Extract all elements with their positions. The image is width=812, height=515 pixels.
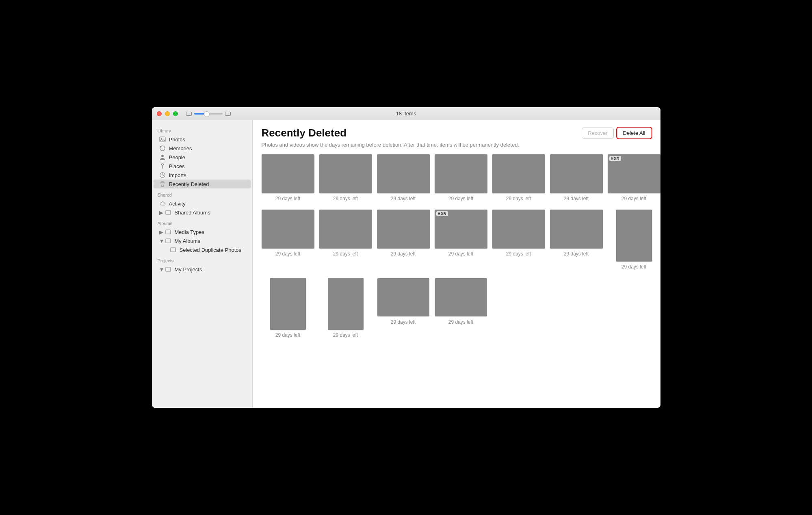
- sidebar-label: Media Types: [175, 229, 204, 235]
- photo-image: [319, 154, 372, 193]
- delete-all-button[interactable]: Delete All: [617, 128, 652, 138]
- svg-point-4: [161, 164, 163, 166]
- people-icon: [159, 154, 166, 160]
- photo-thumbnail[interactable]: HDR: [608, 154, 660, 193]
- days-left-label: 29 days left: [275, 196, 300, 201]
- photo-thumbnail[interactable]: [377, 210, 430, 249]
- photo-thumbnail[interactable]: [492, 210, 545, 249]
- places-icon: [159, 163, 166, 169]
- svg-rect-10: [171, 248, 175, 252]
- photo-grid: 29 days left29 days left29 days left29 d…: [262, 154, 652, 338]
- days-left-label: 29 days left: [391, 251, 416, 257]
- days-left-label: 29 days left: [448, 319, 473, 325]
- svg-rect-7: [166, 210, 171, 214]
- photo-image: [328, 278, 364, 330]
- fullscreen-window-button[interactable]: [173, 111, 178, 116]
- svg-rect-8: [166, 230, 171, 234]
- sidebar-item-recently-deleted[interactable]: Recently Deleted: [154, 180, 251, 188]
- photo-cell: 29 days left: [492, 154, 545, 201]
- photo-cell: 29 days left: [262, 154, 314, 201]
- days-left-label: 29 days left: [448, 251, 473, 257]
- photo-thumbnail[interactable]: [262, 210, 314, 249]
- photo-cell: 29 days left: [550, 210, 603, 270]
- app-window: 18 Items Library Photos Memories People …: [152, 107, 660, 408]
- disclosure-down-icon[interactable]: ▼: [159, 238, 163, 244]
- sidebar-item-media-types[interactable]: ▶ Media Types: [154, 227, 251, 236]
- photo-cell: 29 days left: [492, 210, 545, 270]
- sidebar-item-people[interactable]: People: [154, 153, 251, 162]
- sidebar-item-imports[interactable]: Imports: [154, 171, 251, 180]
- sidebar-label: Activity: [169, 201, 186, 207]
- hdr-badge: HDR: [609, 156, 621, 161]
- sidebar-section-projects: Projects: [152, 257, 252, 265]
- photo-thumbnail[interactable]: [435, 154, 487, 193]
- thumbnail-size-control[interactable]: [186, 112, 231, 116]
- photo-thumbnail[interactable]: [435, 278, 487, 317]
- sidebar-item-activity[interactable]: Activity: [154, 199, 251, 208]
- days-left-label: 29 days left: [333, 251, 358, 257]
- days-left-label: 29 days left: [506, 251, 531, 257]
- photo-image: [492, 154, 545, 193]
- disclosure-right-icon[interactable]: ▶: [159, 229, 163, 235]
- photo-cell: HDR29 days left: [608, 154, 660, 201]
- photo-thumbnail[interactable]: [262, 278, 314, 330]
- photo-cell: 29 days left: [319, 210, 372, 270]
- close-window-button[interactable]: [157, 111, 162, 116]
- sidebar-label: Selected Duplicate Photos: [180, 247, 241, 253]
- cloud-icon: [159, 200, 166, 207]
- photo-thumbnail[interactable]: [319, 154, 372, 193]
- photo-image: [435, 154, 487, 193]
- photo-thumbnail[interactable]: [550, 210, 603, 249]
- photo-cell: 29 days left: [319, 154, 372, 201]
- days-left-label: 29 days left: [564, 251, 589, 257]
- days-left-label: 29 days left: [333, 332, 358, 338]
- disclosure-down-icon[interactable]: ▼: [159, 266, 163, 273]
- days-left-label: 29 days left: [621, 196, 646, 201]
- days-left-label: 29 days left: [275, 332, 300, 338]
- sidebar-label: Photos: [169, 136, 185, 143]
- sidebar-item-memories[interactable]: Memories: [154, 144, 251, 153]
- photo-thumbnail[interactable]: [608, 210, 660, 262]
- svg-rect-11: [166, 267, 171, 271]
- svg-rect-0: [160, 137, 165, 142]
- sidebar-item-my-projects[interactable]: ▼ My Projects: [154, 265, 251, 274]
- photo-thumbnail[interactable]: [319, 278, 372, 330]
- days-left-label: 29 days left: [391, 196, 416, 201]
- photo-image: [377, 210, 430, 249]
- days-left-label: 29 days left: [391, 319, 416, 325]
- zoom-small-icon: [186, 112, 192, 116]
- minimize-window-button[interactable]: [165, 111, 170, 116]
- sidebar-item-photos[interactable]: Photos: [154, 135, 251, 144]
- zoom-slider[interactable]: [194, 113, 223, 115]
- photo-cell: 29 days left: [319, 278, 372, 338]
- photo-image: [492, 210, 545, 249]
- photo-image: [262, 210, 314, 249]
- photo-image: [377, 154, 430, 193]
- photo-image: [262, 154, 314, 193]
- svg-rect-9: [166, 239, 171, 243]
- sidebar-item-places[interactable]: Places: [154, 162, 251, 171]
- sidebar-item-shared-albums[interactable]: ▶ Shared Albums: [154, 208, 251, 217]
- sidebar-label: Memories: [169, 145, 192, 151]
- photo-thumbnail[interactable]: [377, 154, 430, 193]
- photo-thumbnail[interactable]: [492, 154, 545, 193]
- photo-thumbnail[interactable]: [550, 154, 603, 193]
- photo-cell: 29 days left: [435, 278, 487, 338]
- photo-thumbnail[interactable]: HDR: [435, 210, 487, 249]
- days-left-label: 29 days left: [564, 196, 589, 201]
- disclosure-right-icon[interactable]: ▶: [159, 210, 163, 216]
- photo-thumbnail[interactable]: [319, 210, 372, 249]
- sidebar-label: My Albums: [175, 238, 201, 244]
- sidebar-item-my-albums[interactable]: ▼ My Albums: [154, 236, 251, 245]
- photo-thumbnail[interactable]: [377, 278, 430, 317]
- window-controls: [152, 111, 178, 116]
- photos-icon: [159, 136, 166, 143]
- sidebar-section-albums: Albums: [152, 219, 252, 227]
- hdr-badge: HDR: [436, 211, 448, 216]
- sidebar-item-selected-duplicate-photos[interactable]: Selected Duplicate Photos: [154, 245, 251, 254]
- photo-thumbnail[interactable]: [262, 154, 314, 193]
- sidebar-label: Recently Deleted: [169, 181, 209, 187]
- photo-cell: 29 days left: [262, 210, 314, 270]
- recover-button[interactable]: Recover: [582, 128, 613, 138]
- album-icon: [165, 229, 171, 235]
